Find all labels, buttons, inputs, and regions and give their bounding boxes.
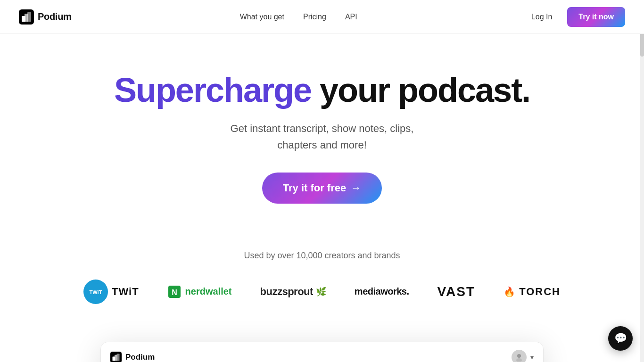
- chat-bubble-button[interactable]: 💬: [608, 326, 633, 351]
- twit-circle-icon: TWiT: [83, 280, 108, 304]
- nav-links: What you get Pricing API: [240, 13, 357, 21]
- navbar: Podium What you get Pricing API Log In T…: [0, 0, 644, 34]
- hero-title: Supercharge your podcast.: [114, 72, 530, 109]
- nav-pricing[interactable]: Pricing: [303, 13, 326, 21]
- svg-point-12: [517, 354, 521, 358]
- nav-actions: Log In Try it now: [526, 7, 625, 27]
- hero-title-dark: your podcast.: [320, 71, 530, 109]
- buzzsprout-leaf-icon: 🌿: [316, 287, 326, 297]
- torch-logo: 🔥 TORCH: [504, 286, 561, 298]
- logo-text: Podium: [38, 11, 72, 22]
- chat-icon: 💬: [614, 332, 627, 345]
- chevron-down-icon[interactable]: ▾: [530, 354, 534, 361]
- podium-logo-icon: [19, 9, 34, 25]
- mediaworks-label: mediaworks.: [355, 286, 409, 296]
- svg-point-13: [516, 358, 522, 362]
- social-proof-text: Used by over 10,000 creators and brands: [244, 251, 400, 261]
- hero-title-colored: Supercharge: [114, 71, 311, 109]
- twit-logo: TWiT TWiT: [83, 280, 139, 304]
- screenshot-logo: Podium: [110, 352, 155, 362]
- buzzsprout-logo: buzzsprout 🌿: [260, 286, 326, 298]
- arrow-icon: →: [351, 182, 361, 194]
- nerdwallet-label: nerdwallet: [185, 286, 232, 297]
- user-avatar: [512, 350, 527, 362]
- try-free-button[interactable]: Try it for free →: [262, 173, 382, 204]
- nerdwallet-icon: N: [167, 285, 182, 299]
- svg-text:N: N: [172, 288, 177, 296]
- nerdwallet-logo: N nerdwallet: [167, 285, 232, 299]
- page-scrollbar[interactable]: [640, 0, 644, 362]
- twit-label: TWiT: [112, 286, 139, 298]
- vast-logo: VAST: [438, 284, 476, 299]
- hero-subtitle: Get instant transcript, show notes, clip…: [231, 120, 414, 153]
- logos-row: TWiT TWiT N nerdwallet buzzsprout 🌿 medi…: [83, 280, 561, 304]
- try-now-button[interactable]: Try it now: [567, 7, 625, 27]
- screenshot-header-right: ▾: [512, 350, 534, 362]
- buzzsprout-label: buzzsprout: [260, 286, 313, 298]
- hero-section: Supercharge your podcast. Get instant tr…: [0, 34, 644, 232]
- vast-label: VAST: [438, 284, 476, 299]
- social-proof-section: Used by over 10,000 creators and brands …: [0, 232, 644, 313]
- svg-rect-3: [27, 12, 31, 22]
- screenshot-header: Podium ▾: [101, 342, 543, 362]
- nav-what-you-get[interactable]: What you get: [240, 13, 284, 21]
- logo[interactable]: Podium: [19, 9, 72, 25]
- svg-rect-11: [117, 354, 120, 361]
- product-screenshot: Podium ▾ Paul Miller: [100, 342, 544, 362]
- torch-flame-icon: 🔥: [504, 286, 516, 297]
- svg-text:TWiT: TWiT: [90, 289, 102, 295]
- torch-label: TORCH: [519, 286, 561, 298]
- screenshot-podium-icon: [110, 352, 122, 362]
- nav-api[interactable]: API: [345, 13, 357, 21]
- login-button[interactable]: Log In: [526, 9, 558, 25]
- mediaworks-logo: mediaworks.: [355, 286, 409, 297]
- screenshot-logo-text: Podium: [125, 353, 155, 362]
